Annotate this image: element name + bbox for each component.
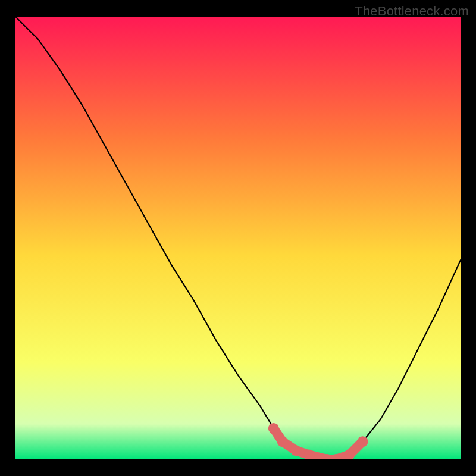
optimal-marker-dot	[290, 445, 301, 456]
chart-container: TheBottleneck.com	[0, 0, 476, 476]
optimal-marker-dot	[268, 423, 279, 434]
optimal-marker-dot	[277, 436, 288, 447]
gradient-background	[15, 17, 461, 459]
plot-area	[15, 17, 461, 459]
optimal-marker-dot	[357, 436, 368, 447]
watermark-text: TheBottleneck.com	[355, 4, 469, 19]
chart-svg	[15, 17, 461, 459]
